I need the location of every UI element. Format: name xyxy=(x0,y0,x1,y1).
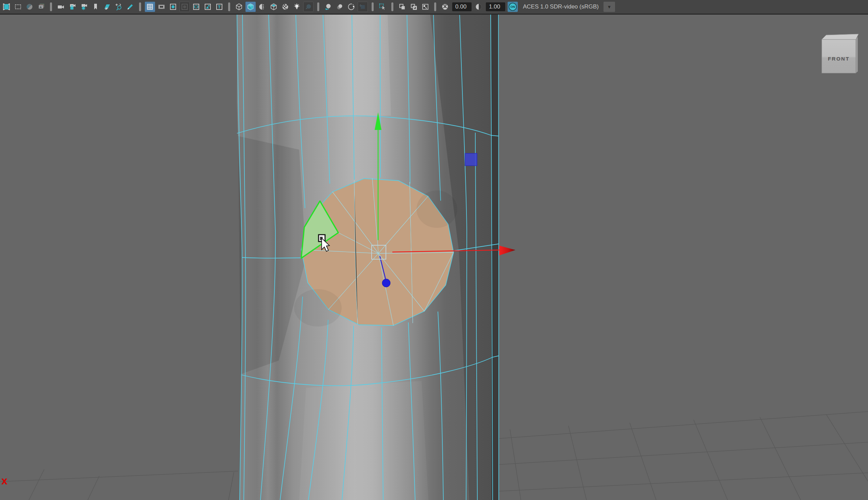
bookmark-view-button[interactable] xyxy=(90,2,101,12)
light-bulb-icon xyxy=(293,3,301,11)
image-plane-icon xyxy=(37,3,45,11)
wireframe-mode-button[interactable] xyxy=(234,2,244,12)
text-hud-button[interactable]: T xyxy=(214,2,224,12)
tilted-plane-icon xyxy=(103,3,111,11)
toolbar-separator xyxy=(228,2,230,11)
motion-blur-button[interactable] xyxy=(335,2,345,12)
view-cube-side[interactable] xyxy=(856,37,858,73)
object-details-button[interactable] xyxy=(180,2,190,12)
isolate-select-icon xyxy=(398,3,406,11)
toolbar-separator xyxy=(139,2,141,11)
safe-frame-button[interactable] xyxy=(191,2,201,12)
color-management-on-label: ON xyxy=(509,3,517,11)
view-plane-button[interactable] xyxy=(102,2,112,12)
view-transform-dropdown-arrow[interactable]: ▼ xyxy=(603,2,615,12)
camera-gear-icon xyxy=(80,3,88,11)
anti-aliasing-button[interactable] xyxy=(346,2,356,12)
safe-frame-icon xyxy=(193,3,200,11)
annotate-pen-icon xyxy=(421,3,429,11)
isolate-select-view-icon xyxy=(410,3,417,11)
depth-of-field-icon xyxy=(359,3,367,11)
lighting-button[interactable] xyxy=(292,2,302,12)
text-hud-icon: T xyxy=(216,3,223,11)
camera-attributes-button[interactable] xyxy=(79,2,89,12)
hud-dot-icon xyxy=(169,3,177,11)
view-cube[interactable]: FRONT xyxy=(822,34,858,73)
disc-shade-blob xyxy=(294,289,342,327)
depth-of-field-button[interactable] xyxy=(358,2,368,12)
wireframe-on-shaded-button[interactable] xyxy=(257,2,267,12)
lock-camera-button[interactable] xyxy=(67,2,78,12)
contrast-input[interactable]: 1.00 xyxy=(486,2,505,11)
disc-shade-blob2 xyxy=(416,191,457,228)
film-strip-button[interactable] xyxy=(157,2,166,12)
camera-icon xyxy=(57,3,65,11)
axis-label-x: x xyxy=(1,475,8,487)
mesh-highlight-band xyxy=(325,14,391,117)
resolution-gate-icon xyxy=(14,3,22,11)
toolbar-separator xyxy=(372,2,374,11)
pan-zoom-icon xyxy=(115,3,123,11)
motion-blur-icon xyxy=(336,3,344,11)
grid-icon xyxy=(146,3,154,11)
checker-sphere-icon xyxy=(281,3,289,11)
toolbar-separator xyxy=(434,2,436,11)
hud-toggle-button[interactable] xyxy=(168,2,178,12)
wireframe-on-shaded-icon xyxy=(258,3,266,11)
image-plane-button[interactable] xyxy=(36,2,46,12)
gate-mask-button[interactable] xyxy=(24,2,35,12)
use-default-material-button[interactable] xyxy=(280,2,290,12)
film-gate-button[interactable] xyxy=(1,2,12,12)
grid-toggle-button[interactable] xyxy=(145,2,155,12)
contrast-button[interactable] xyxy=(474,2,484,12)
grease-pencil-button[interactable] xyxy=(125,2,135,12)
gate-mask-icon xyxy=(26,3,33,11)
2d-pan-zoom-button[interactable] xyxy=(114,2,124,12)
ssao-button[interactable] xyxy=(323,2,333,12)
textured-cube-icon xyxy=(270,3,277,11)
isolate-select-button[interactable] xyxy=(397,2,407,12)
exposure-input[interactable]: 0.00 xyxy=(452,2,472,11)
shaded-mode-button[interactable] xyxy=(245,2,256,12)
anti-aliasing-icon xyxy=(347,3,355,11)
shadows-icon xyxy=(305,3,312,11)
isolate-select-view-button[interactable] xyxy=(409,2,419,12)
shadows-button[interactable] xyxy=(303,2,313,12)
film-strip-icon xyxy=(158,3,165,11)
view-cube-top[interactable] xyxy=(822,34,858,39)
snapshot-icon xyxy=(204,3,211,11)
resolution-gate-button[interactable] xyxy=(13,2,23,12)
exposure-button[interactable] xyxy=(440,2,450,12)
exposure-aperture-icon xyxy=(441,3,449,11)
pencil-icon xyxy=(127,3,134,11)
viewport-canvas[interactable]: FRONT x xyxy=(0,0,868,500)
blue-face-highlight[interactable] xyxy=(465,154,477,166)
z-axis-ball[interactable] xyxy=(382,279,390,287)
selection-cursor-icon xyxy=(379,3,386,11)
shaded-cube-icon xyxy=(247,3,254,11)
ambient-occlusion-icon xyxy=(324,3,332,11)
film-gate-icon xyxy=(3,3,10,11)
camera-lock-icon xyxy=(69,3,76,11)
mesh-highlight-bottom xyxy=(299,381,428,500)
textured-mode-button[interactable] xyxy=(269,2,279,12)
annotate-button[interactable] xyxy=(420,2,430,12)
toolbar-separator xyxy=(317,2,319,11)
toolbar-separator xyxy=(391,2,393,11)
wireframe-cube-icon xyxy=(235,3,243,11)
color-management-toggle[interactable]: ON xyxy=(508,2,518,12)
toolbar-separator xyxy=(50,2,52,11)
bookmark-icon xyxy=(92,3,99,11)
chevron-down-icon: ▼ xyxy=(607,4,612,10)
hud-dot-dim-icon xyxy=(181,3,188,11)
view-transform-dropdown[interactable]: ACES 1.0 SDR-video (sRGB) xyxy=(523,3,599,10)
contrast-icon xyxy=(475,3,483,11)
view-cube-label[interactable]: FRONT xyxy=(828,56,850,61)
panel-toolbar: T 0.00 1.00 ON ACES 1.0 SDR-video (sRGB)… xyxy=(0,0,868,15)
image-snapshot-button[interactable] xyxy=(202,2,213,12)
preselection-highlight-button[interactable] xyxy=(378,2,387,12)
select-camera-button[interactable] xyxy=(56,2,66,12)
svg-text:T: T xyxy=(218,4,221,10)
